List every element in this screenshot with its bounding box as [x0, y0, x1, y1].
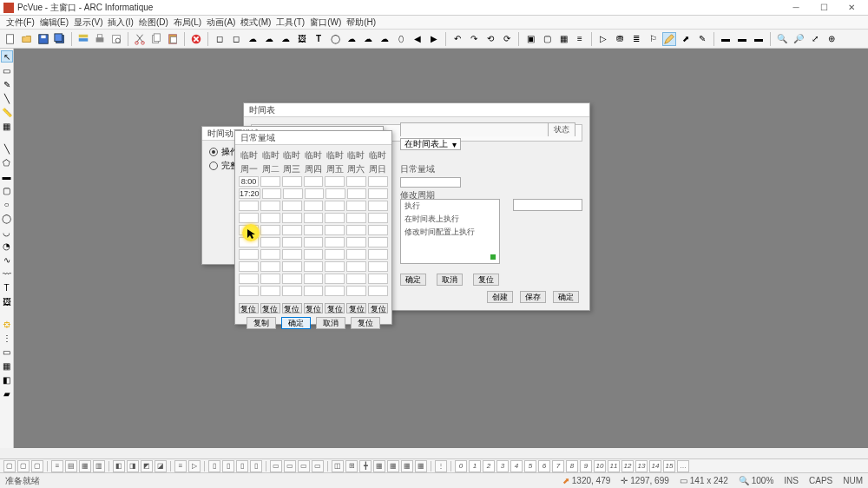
tb-cloud3-icon[interactable]: ☁	[279, 32, 293, 46]
tb-cloud4-icon[interactable]: ☁	[345, 32, 358, 46]
tb-next-icon[interactable]: ▶	[427, 32, 441, 46]
grid-cell[interactable]	[239, 249, 259, 260]
lt-text-icon[interactable]: T	[1, 281, 13, 293]
grid-cell[interactable]	[282, 225, 302, 235]
bb-icon[interactable]: ◩	[141, 460, 153, 472]
grid-cell[interactable]	[282, 237, 302, 247]
bb-icon[interactable]: ▦	[401, 460, 413, 472]
grid-cell[interactable]	[325, 261, 345, 272]
layer-num[interactable]: 7	[552, 460, 564, 472]
tb-shape2-icon[interactable]: ◻	[229, 32, 243, 46]
menu-layout[interactable]: 布局(L)	[171, 16, 204, 29]
dlg1-listbox[interactable]: 执行 在时间表上执行 修改时间配置上执行	[400, 199, 500, 264]
bb-icon[interactable]: ⋮	[435, 460, 447, 472]
dlg1-input1[interactable]	[400, 177, 461, 188]
dlg3-cancel-button[interactable]: 取消	[316, 317, 345, 329]
bb-icon[interactable]: ╋	[359, 460, 372, 472]
bb-icon[interactable]: ◫	[332, 460, 344, 472]
close-button[interactable]: ✕	[838, 1, 865, 15]
grid-cell[interactable]	[282, 274, 302, 284]
grid-cell[interactable]	[346, 286, 366, 296]
lt-ellipse-icon[interactable]: ◯	[1, 212, 13, 224]
grid-cell[interactable]	[325, 249, 345, 260]
tb-zoom1-icon[interactable]: ⊕	[825, 32, 838, 46]
hdr-btn[interactable]: 临时	[345, 148, 367, 162]
lt-btn-icon[interactable]: ▭	[1, 346, 13, 358]
grid-cell[interactable]	[239, 274, 259, 284]
dlg1-ok-button[interactable]: 确定	[400, 274, 426, 286]
bb-icon[interactable]: ▢	[3, 460, 16, 472]
grid-cell[interactable]	[368, 213, 388, 223]
lt-diag-icon[interactable]: ╲	[1, 142, 13, 155]
tb-new-icon[interactable]	[3, 32, 17, 46]
tb-edit-icon[interactable]	[662, 32, 676, 46]
grid-cell[interactable]	[305, 188, 325, 199]
grid-cell[interactable]	[346, 261, 366, 272]
grid-cell[interactable]	[282, 286, 302, 296]
bb-icon[interactable]: ◪	[155, 460, 167, 472]
dlg3-ok-button[interactable]: 确定	[281, 317, 311, 329]
tb-b2-icon[interactable]: ▬	[735, 32, 749, 46]
bb-icon[interactable]: ▦	[415, 460, 427, 472]
bb-icon[interactable]: ▢	[31, 460, 43, 472]
layer-num[interactable]: 5	[524, 460, 536, 472]
tb-brush-icon[interactable]: ✎	[695, 32, 709, 46]
grid-cell[interactable]: 17:20	[239, 188, 260, 199]
hdr-btn[interactable]: 临时	[260, 148, 282, 162]
tb-paste-icon[interactable]	[166, 32, 180, 46]
grid-cell[interactable]	[260, 286, 280, 296]
tb-b1-icon[interactable]: ▬	[719, 32, 733, 46]
hdr-btn[interactable]: 临时	[239, 148, 260, 162]
tb-script-icon[interactable]: ≣	[629, 32, 643, 46]
grid-cell[interactable]	[260, 249, 280, 260]
tb-tofront-icon[interactable]: ▣	[523, 32, 537, 46]
tb-cancel-icon[interactable]	[189, 32, 203, 46]
layer-num[interactable]: 10	[594, 460, 606, 472]
tb-prev-icon[interactable]: ◀	[411, 32, 424, 46]
tb-b3-icon[interactable]: ▬	[752, 32, 766, 46]
lt-fillrect-icon[interactable]: ▬	[1, 170, 13, 182]
hdr-btn[interactable]: 临时	[324, 148, 345, 162]
tb-vars-icon[interactable]	[76, 32, 90, 46]
tb-grid-icon[interactable]: ▦	[556, 32, 570, 46]
menu-draw[interactable]: 绘图(D)	[136, 16, 171, 29]
grid-cell[interactable]	[325, 201, 345, 211]
grid-cell[interactable]	[282, 249, 302, 260]
tb-cloud5-icon[interactable]: ☁	[361, 32, 375, 46]
reset-col-button[interactable]: 复位	[260, 303, 280, 313]
layer-num[interactable]: 8	[566, 460, 578, 472]
list-item[interactable]: 在时间表上执行	[401, 213, 499, 226]
tb-saveall-icon[interactable]	[53, 32, 67, 46]
grid-cell[interactable]	[282, 261, 302, 272]
bb-icon[interactable]: ◧	[113, 460, 125, 472]
lt-line-icon[interactable]: ╲	[1, 92, 13, 104]
grid-cell[interactable]	[239, 213, 259, 223]
layer-num[interactable]: 0	[455, 460, 467, 472]
tb-cloud6-icon[interactable]: ☁	[378, 32, 391, 46]
radio-full[interactable]	[209, 162, 218, 170]
bb-icon[interactable]: ≡	[51, 460, 63, 472]
lt-bezier-icon[interactable]: 〰	[1, 267, 13, 280]
list-item[interactable]: 修改时间配置上执行	[401, 226, 499, 239]
grid-cell[interactable]	[368, 176, 388, 187]
lt-pick-icon[interactable]: ◧	[1, 373, 13, 386]
reset-col-button[interactable]: 复位	[368, 303, 388, 313]
tb-copy-icon[interactable]	[149, 32, 163, 46]
grid-cell[interactable]	[304, 225, 324, 235]
lt-pointer-icon[interactable]: ↖	[1, 50, 13, 63]
lt-grid2-icon[interactable]: ▦	[1, 359, 13, 372]
grid-cell[interactable]	[368, 225, 388, 235]
grid-cell[interactable]	[260, 176, 280, 187]
bb-icon[interactable]: ▷	[188, 460, 201, 472]
grid-cell[interactable]	[260, 237, 280, 247]
layer-num[interactable]: 12	[621, 460, 634, 472]
grid-cell[interactable]	[346, 213, 366, 223]
bb-icon[interactable]: ▥	[93, 460, 105, 472]
bb-icon[interactable]: ▤	[65, 460, 77, 472]
menu-help[interactable]: 帮助(H)	[344, 16, 378, 29]
grid-cell[interactable]	[325, 274, 345, 284]
grid-cell[interactable]	[346, 225, 366, 235]
dlg1-ok2-button[interactable]: 确定	[553, 291, 579, 303]
grid-cell[interactable]	[304, 237, 324, 247]
minimize-button[interactable]: ─	[783, 1, 809, 15]
